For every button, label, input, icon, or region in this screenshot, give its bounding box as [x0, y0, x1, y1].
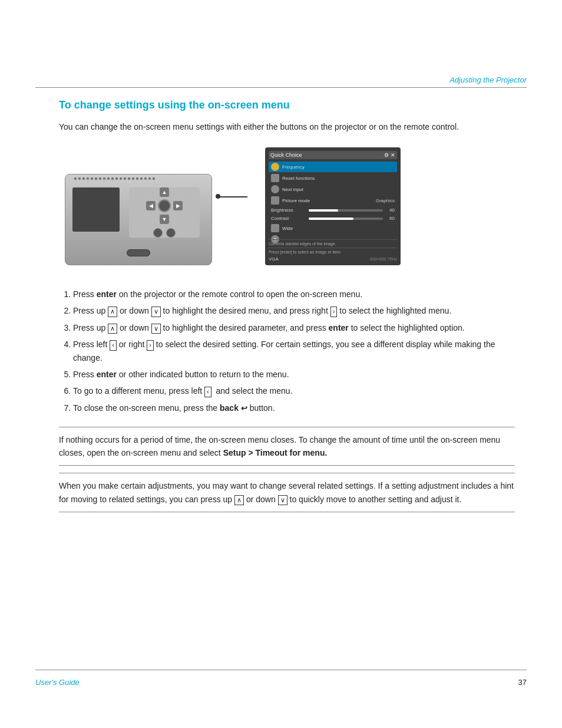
step-7-back: back — [220, 403, 239, 413]
dpad-up[interactable]: ▲ — [160, 187, 169, 197]
osd-num-brightness: 40 — [385, 207, 395, 213]
osd-menu: Quick Choice ⚙ ✕ Frequency Reset functio… — [265, 147, 401, 265]
back-icon: ↩ — [241, 403, 247, 415]
osd-row-frequency[interactable]: Frequency — [269, 162, 397, 172]
arrow-up-2: ∧ — [108, 324, 117, 334]
projector-illustration: ▲ ▼ ◀ ▶ — [59, 147, 218, 271]
osd-label-reset: Reset functions — [282, 176, 395, 181]
dpad-left[interactable]: ◀ — [146, 201, 156, 210]
osd-fill-brightness — [309, 209, 338, 212]
step-6: To go to a different menu, press left ‹ … — [73, 384, 515, 397]
steps-list: Press enter on the projector or the remo… — [59, 288, 515, 415]
projector-screen — [72, 187, 120, 232]
osd-icon-picture — [271, 196, 279, 205]
projector-lens — [127, 249, 150, 256]
footer-left: User's Guide — [35, 678, 80, 687]
projector-body: ▲ ▼ ◀ ▶ — [65, 174, 212, 265]
connector-dot — [216, 194, 220, 199]
osd-title: Quick Choice — [270, 152, 302, 158]
arrow-left-1: ‹ — [110, 340, 117, 350]
osd-label-brightness: Brightness — [271, 207, 306, 213]
osd-resolution: 800×600 75Hz — [370, 257, 397, 261]
osd-title-bar: Quick Choice ⚙ ✕ — [269, 151, 397, 159]
footer-right: 37 — [518, 678, 527, 687]
arrow-up-1: ∧ — [108, 307, 117, 317]
step-7: To close the on-screen menu, press the b… — [73, 401, 515, 415]
osd-icon-input — [271, 185, 279, 193]
osd-fill-contrast — [309, 218, 353, 220]
osd-controls: ⚙ ✕ — [384, 152, 395, 158]
arrow-down-1: ∨ — [151, 307, 161, 317]
footer: User's Guide 37 — [35, 678, 527, 687]
osd-label-picture: Picture mode — [282, 198, 376, 203]
step-4: Press left ‹ or right › to select the de… — [73, 338, 515, 364]
step-3-bold: enter — [329, 323, 349, 332]
osd-label-frequency: Frequency — [282, 164, 395, 170]
osd-status-hint: Press [enter] to select an image or item… — [269, 248, 397, 255]
step-1: Press enter on the projector or the remo… — [73, 288, 515, 301]
step-2: Press up ∧ or down ∨ to highlight the de… — [73, 304, 515, 317]
osd-track-contrast[interactable] — [309, 218, 383, 220]
projector-buttons-row — [153, 228, 176, 238]
note-box-1: If nothing occurs for a period of time, … — [59, 427, 515, 466]
arrow-down-note: ∨ — [278, 495, 287, 505]
osd-status-bar: Corrects slanted edges of the image. Pre… — [269, 238, 397, 262]
connector-line — [218, 196, 247, 197]
section-heading: To change settings using the on-screen m… — [59, 99, 515, 111]
image-area: ▲ ▼ ◀ ▶ — [59, 147, 515, 271]
note-box-2: When you make certain adjustments, you m… — [59, 473, 515, 512]
step-1-bold: enter — [97, 289, 117, 299]
arrow-down-2: ∨ — [151, 324, 161, 334]
projector-btn-1[interactable] — [153, 228, 163, 238]
main-content: To change settings using the on-screen m… — [59, 99, 515, 519]
osd-bottom-bar: VGA 800×600 75Hz — [269, 256, 397, 262]
osd-row-reset[interactable]: Reset functions — [269, 173, 397, 183]
osd-status-text: Corrects slanted edges of the image. — [269, 239, 397, 246]
bottom-rule — [35, 670, 527, 670]
arrow-right-2: › — [147, 340, 154, 350]
note-1-bold: Setup > Timeout for menu. — [223, 448, 328, 457]
step-3: Press up ∧ or down ∨ to highlight the de… — [73, 321, 515, 334]
osd-row-contrast: Contrast 60 — [269, 215, 397, 222]
osd-track-brightness[interactable] — [309, 209, 383, 212]
step-5-bold: enter — [97, 370, 117, 379]
osd-label-wide: Wide — [282, 226, 395, 231]
top-rule — [35, 87, 527, 88]
osd-row-input[interactable]: Next input — [269, 184, 397, 195]
osd-row-picture[interactable]: Picture mode Graphics — [269, 195, 397, 206]
osd-row-brightness: Brightness 40 — [269, 206, 397, 214]
osd-num-contrast: 60 — [385, 216, 395, 221]
chapter-title: Adjusting the Projector — [449, 75, 527, 84]
osd-source: VGA — [269, 256, 279, 262]
arrow-left-2: ‹ — [204, 387, 211, 397]
osd-value-picture: Graphics — [376, 198, 395, 203]
step-5: Press enter or other indicated button to… — [73, 368, 515, 381]
osd-row-wide[interactable]: Wide — [269, 223, 397, 233]
osd-label-input: Next input — [282, 187, 395, 192]
dpad-right[interactable]: ▶ — [173, 201, 183, 210]
dpad: ▲ ▼ ◀ ▶ — [146, 187, 183, 224]
intro-paragraph: You can change the on-screen menu settin… — [59, 121, 515, 133]
osd-icon-reset — [271, 174, 279, 182]
arrow-up-note: ∧ — [234, 495, 244, 505]
dpad-down[interactable]: ▼ — [160, 215, 169, 224]
dpad-center[interactable] — [158, 199, 171, 212]
osd-icon-wide — [271, 224, 279, 232]
projector-controls: ▲ ▼ ◀ ▶ — [129, 187, 200, 238]
arrow-right-1: › — [330, 307, 338, 317]
osd-label-contrast: Contrast — [271, 216, 306, 221]
vent-row — [74, 177, 203, 180]
projector-btn-2[interactable] — [166, 228, 176, 238]
osd-icon-frequency — [271, 163, 279, 171]
